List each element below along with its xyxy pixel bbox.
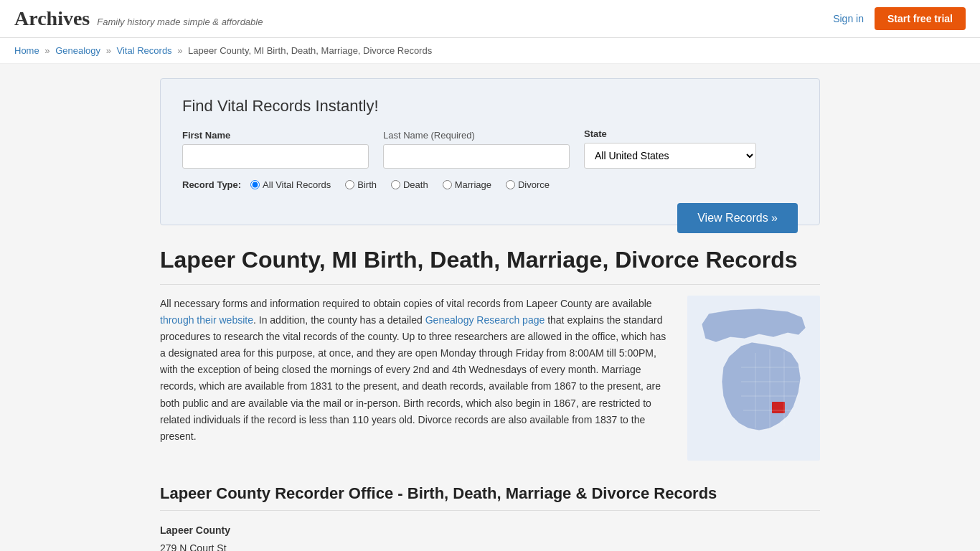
radio-all-vital-input[interactable]: [250, 180, 260, 189]
svg-rect-1: [772, 402, 785, 413]
main-content: Find Vital Records Instantly! First Name…: [146, 78, 834, 551]
radio-all-vital[interactable]: All Vital Records: [250, 179, 331, 190]
state-group: State All United States Alabama Alaska M…: [584, 128, 756, 169]
body-text-2: . In addition, the county has a detailed: [253, 314, 425, 326]
radio-marriage-input[interactable]: [443, 180, 452, 189]
last-name-input[interactable]: [383, 144, 570, 169]
breadcrumb-home[interactable]: Home: [14, 45, 39, 56]
body-text-3: that explains the standard procedures to…: [160, 314, 666, 442]
content-with-map: All necessary forms and information requ…: [160, 296, 820, 463]
office-name: Lapeer County: [160, 522, 820, 540]
site-header: Archives Family history made simple & af…: [0, 0, 980, 38]
last-name-label: Last Name (Required): [383, 130, 570, 141]
breadcrumb-sep1: »: [44, 45, 50, 56]
link-genealogy[interactable]: Genealogy Research page: [425, 314, 545, 326]
radio-group: All Vital Records Birth Death Marriage D…: [250, 179, 553, 190]
michigan-map: [687, 296, 820, 461]
state-label: State: [584, 128, 756, 139]
record-type-label: Record Type:: [182, 179, 241, 190]
breadcrumb: Home » Genealogy » Vital Records » Lapee…: [0, 38, 980, 64]
breadcrumb-sep3: »: [177, 45, 182, 56]
radio-death-input[interactable]: [391, 180, 400, 189]
start-trial-button[interactable]: Start free trial: [875, 7, 966, 30]
content-text: All necessary forms and information requ…: [160, 296, 673, 463]
header-logo-area: Archives Family history made simple & af…: [14, 7, 263, 30]
breadcrumb-genealogy[interactable]: Genealogy: [55, 45, 100, 56]
state-select[interactable]: All United States Alabama Alaska Michiga…: [584, 143, 756, 169]
site-tagline: Family history made simple & affordable: [97, 17, 263, 27]
link-website[interactable]: through their website: [160, 314, 253, 326]
view-records-button[interactable]: View Records »: [677, 203, 798, 233]
radio-birth[interactable]: Birth: [345, 179, 377, 190]
office-info: Lapeer County 279 N Court St Lapeer, MI …: [160, 522, 820, 551]
first-name-label: First Name: [182, 130, 369, 141]
record-type-row: Record Type: All Vital Records Birth Dea…: [182, 179, 798, 190]
sign-in-link[interactable]: Sign in: [833, 13, 864, 24]
site-logo: Archives: [14, 7, 90, 30]
radio-death[interactable]: Death: [391, 179, 428, 190]
header-actions: Sign in Start free trial: [833, 7, 966, 30]
radio-divorce[interactable]: Divorce: [506, 179, 550, 190]
form-row-fields: First Name Last Name (Required) State Al…: [182, 128, 798, 169]
breadcrumb-sep2: »: [106, 45, 111, 56]
breadcrumb-current: Lapeer County, MI Birth, Death, Marriage…: [188, 45, 432, 56]
radio-birth-input[interactable]: [345, 180, 354, 189]
radio-marriage[interactable]: Marriage: [443, 179, 491, 190]
breadcrumb-vital-records[interactable]: Vital Records: [117, 45, 172, 56]
section-recorder-heading: Lapeer County Recorder Office - Birth, D…: [160, 484, 820, 511]
first-name-group: First Name: [182, 130, 369, 169]
search-title: Find Vital Records Instantly!: [182, 97, 798, 116]
last-name-group: Last Name (Required): [383, 130, 570, 169]
page-title: Lapeer County, MI Birth, Death, Marriage…: [160, 247, 820, 285]
search-box: Find Vital Records Instantly! First Name…: [160, 78, 820, 225]
office-address1: 279 N Court St: [160, 540, 820, 551]
body-text-1: All necessary forms and information requ…: [160, 298, 652, 309]
body-paragraph: All necessary forms and information requ…: [160, 296, 673, 445]
map-container: [687, 296, 820, 463]
radio-divorce-input[interactable]: [506, 180, 515, 189]
first-name-input[interactable]: [182, 144, 369, 169]
